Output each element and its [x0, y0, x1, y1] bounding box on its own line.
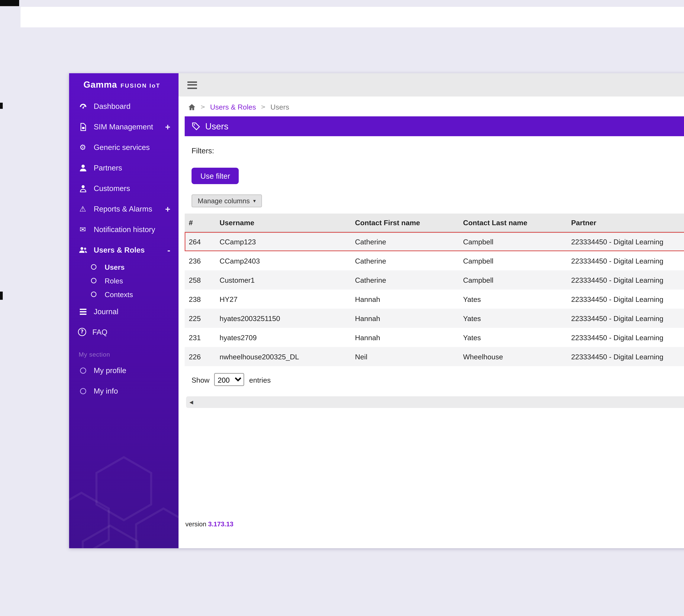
- top-navbar: CCamp2403 Partner admin Digital Learning: [179, 73, 684, 96]
- collapse-icon[interactable]: -: [167, 245, 172, 254]
- page-size-select[interactable]: 200: [214, 373, 244, 386]
- row-id[interactable]: 236: [185, 251, 215, 270]
- faq-icon: [78, 328, 86, 336]
- row-last-name: Campbell: [459, 270, 567, 289]
- show-label: Show: [191, 375, 209, 384]
- row-id[interactable]: 258: [185, 270, 215, 289]
- table-horizontal-scrollbar[interactable]: [186, 396, 684, 408]
- column-header-username[interactable]: Username: [215, 214, 351, 232]
- sim-icon: [78, 122, 88, 131]
- manage-columns-button[interactable]: Manage columns: [191, 194, 262, 207]
- row-partner[interactable]: 223334450 - Digital Learning: [567, 251, 684, 270]
- page-size-row: Show 200 entries: [191, 373, 684, 386]
- breadcrumb-current-page: Users: [270, 103, 289, 111]
- row-id[interactable]: 238: [185, 289, 215, 309]
- screen-artifact: [0, 291, 3, 300]
- sidebar-item-dashboard[interactable]: Dashboard: [69, 96, 179, 116]
- sidebar-item-label: Users: [105, 263, 124, 271]
- brand-name: Gamma: [84, 80, 117, 90]
- sidebar-item-roles[interactable]: Roles: [69, 274, 179, 287]
- version-info: version 3.173.13: [185, 520, 233, 528]
- brand-logo[interactable]: Gamma FUSION IoT: [69, 73, 179, 96]
- table-row[interactable]: 258Customer1CatherineCampbell223334450 -…: [185, 270, 684, 289]
- row-id[interactable]: 226: [185, 347, 215, 366]
- sidebar-item-faq[interactable]: FAQ: [69, 322, 179, 342]
- row-username: nwheelhouse200325_DL: [215, 347, 351, 366]
- sidebar-item-users-roles[interactable]: Users & Roles-: [69, 240, 179, 260]
- expand-icon[interactable]: +: [165, 122, 172, 131]
- sidebar-item-reports-alarms[interactable]: ⚠Reports & Alarms+: [69, 198, 179, 219]
- circle-icon: [78, 366, 88, 375]
- users-panel: Users All UsersNew User Filters: Add fil…: [185, 116, 684, 408]
- users-panel-header: Users All UsersNew User: [185, 116, 684, 136]
- sidebar-item-customers[interactable]: Customers: [69, 178, 179, 198]
- sidebar-item-label: Partners: [94, 163, 122, 172]
- scroll-left-arrow-icon[interactable]: [186, 396, 197, 408]
- row-partner[interactable]: 223334450 - Digital Learning: [567, 347, 684, 366]
- breadcrumb: > Users & Roles > Users: [179, 96, 684, 116]
- customer-icon: [78, 183, 88, 193]
- expand-icon[interactable]: +: [165, 204, 172, 213]
- column-header-contact-last-name[interactable]: Contact Last name: [459, 214, 567, 232]
- sidebar-item-notification-history[interactable]: ✉Notification history: [69, 219, 179, 240]
- sidebar-item-partners[interactable]: Partners: [69, 157, 179, 178]
- sidebar-item-label: Roles: [105, 277, 123, 285]
- sidebar-item-journal[interactable]: Journal: [69, 301, 179, 322]
- breadcrumb-users-roles-link[interactable]: Users & Roles: [210, 103, 256, 111]
- sidebar-item-label: My profile: [94, 366, 126, 374]
- sidebar-item-sim-management[interactable]: SIM Management+: [69, 116, 179, 137]
- dashboard-icon: [78, 101, 88, 111]
- table-row[interactable]: 225hyates2003251150HannahYates223334450 …: [185, 309, 684, 328]
- sidebar-item-users[interactable]: Users: [69, 260, 179, 274]
- row-partner[interactable]: 223334450 - Digital Learning: [567, 289, 684, 309]
- row-username: CCamp2403: [215, 251, 351, 270]
- sidebar-item-label: Notification history: [94, 225, 155, 234]
- row-partner[interactable]: 223334450 - Digital Learning: [567, 328, 684, 347]
- screen-artifact: [21, 7, 684, 27]
- users-table: #UsernameContact First nameContact Last …: [185, 214, 684, 366]
- gear-icon: ⚙: [78, 142, 88, 152]
- row-first-name: Hannah: [351, 289, 459, 309]
- envelope-icon: ✉: [78, 224, 88, 234]
- sidebar-item-label: FAQ: [92, 328, 107, 336]
- home-icon[interactable]: [188, 103, 196, 111]
- screen: Gamma FUSION IoT DashboardSIM Management…: [0, 0, 684, 616]
- sidebar-item-label: Customers: [94, 184, 130, 192]
- sidebar-item-label: Dashboard: [94, 102, 131, 110]
- sidebar-item-my-profile[interactable]: My profile: [69, 360, 179, 380]
- row-username: CCamp123: [215, 232, 351, 251]
- column-header-[interactable]: #: [185, 214, 215, 232]
- circle-icon: [78, 386, 88, 396]
- person-icon: [78, 163, 88, 173]
- table-row[interactable]: 226nwheelhouse200325_DLNeilWheelhouse223…: [185, 347, 684, 366]
- table-row[interactable]: 231hyates2709HannahYates223334450 - Digi…: [185, 328, 684, 347]
- row-partner[interactable]: 223334450 - Digital Learning: [567, 309, 684, 328]
- sidebar-item-my-info[interactable]: My info: [69, 380, 179, 401]
- table-row[interactable]: 236CCamp2403CatherineCampbell223334450 -…: [185, 251, 684, 270]
- sidebar-item-contexts[interactable]: Contexts: [69, 287, 179, 301]
- row-first-name: Catherine: [351, 270, 459, 289]
- row-partner[interactable]: 223334450 - Digital Learning: [567, 270, 684, 289]
- row-username: hyates2003251150: [215, 309, 351, 328]
- filters-row: Filters: Add filter: [185, 136, 684, 157]
- users-icon: [78, 245, 88, 255]
- table-row[interactable]: 264CCamp123CatherineCampbell223334450 - …: [185, 232, 684, 251]
- row-username: Customer1: [215, 270, 351, 289]
- column-header-contact-first-name[interactable]: Contact First name: [351, 214, 459, 232]
- row-id[interactable]: 225: [185, 309, 215, 328]
- journal-icon: [78, 307, 88, 316]
- use-filter-button[interactable]: Use filter: [191, 168, 239, 184]
- sidebar-menu: DashboardSIM Management+⚙Generic service…: [69, 96, 179, 401]
- column-header-partner[interactable]: Partner: [567, 214, 684, 232]
- sidebar-section-label: My section: [69, 349, 179, 360]
- row-partner: 223334450 - Digital Learning: [567, 232, 684, 251]
- version-number: 3.173.13: [208, 520, 233, 528]
- sidebar-toggle-hamburger-icon[interactable]: [187, 81, 197, 89]
- table-row[interactable]: 238HY27HannahYates223334450 - Digital Le…: [185, 289, 684, 309]
- sidebar-item-generic-services[interactable]: ⚙Generic services: [69, 137, 179, 157]
- table-controls-row: Manage columns Showing 1 to 7 of 7 entri…: [191, 194, 684, 207]
- row-first-name: Hannah: [351, 309, 459, 328]
- sidebar-item-label: Generic services: [94, 143, 150, 151]
- row-last-name: Wheelhouse: [459, 347, 567, 366]
- row-id[interactable]: 231: [185, 328, 215, 347]
